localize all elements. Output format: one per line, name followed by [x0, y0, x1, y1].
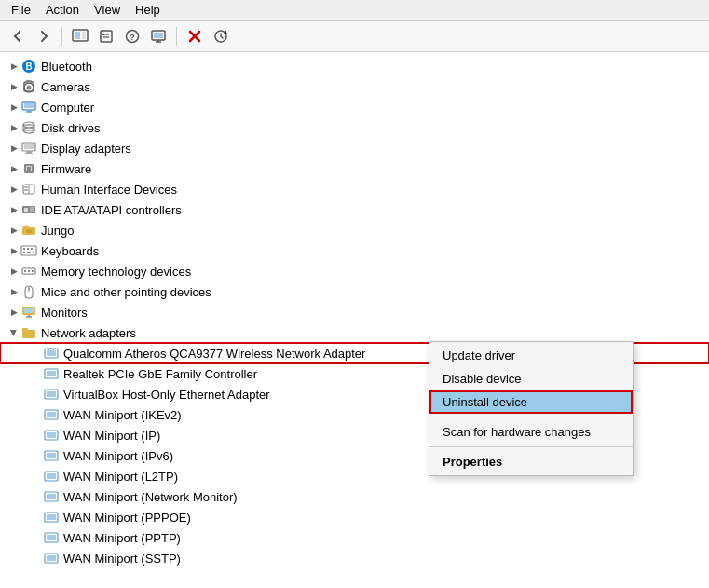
svg-rect-48 [26, 229, 32, 233]
svg-rect-52 [31, 248, 33, 250]
wan-pppoe-icon [43, 510, 60, 525]
expand-ide[interactable]: ▶ [7, 203, 20, 216]
svg-text:?: ? [130, 33, 135, 42]
wan-netmon-icon [43, 489, 60, 504]
wan-pppoe-label: WAN Miniport (PPPOE) [63, 511, 191, 525]
expand-keyboards[interactable]: ▶ [7, 244, 20, 257]
tree-item-wan-pptp[interactable]: ▶ WAN Miniport (PPTP) [0, 527, 709, 548]
jungo-label: Jungo [41, 224, 74, 238]
tree-item-memory-tech[interactable]: ▶ Memory technology devices [0, 261, 709, 281]
monitors-label: Monitors [41, 306, 88, 320]
wan-ip-label: WAN Miniport (IP) [63, 429, 160, 443]
svg-rect-53 [23, 252, 25, 253]
menu-action[interactable]: Action [38, 1, 87, 19]
tree-item-display-adapters[interactable]: ▶ Display adapters [0, 138, 709, 158]
svg-point-29 [27, 124, 31, 126]
tree-item-monitors[interactable]: ▶ Monitors [0, 302, 709, 322]
context-menu-uninstall-device[interactable]: Uninstall device [429, 390, 633, 414]
expand-display-adapters[interactable]: ▶ [7, 142, 20, 155]
computer-icon [20, 100, 37, 115]
tree-item-jungo[interactable]: ▶ Jungo [0, 220, 709, 240]
svg-rect-94 [47, 514, 56, 520]
menu-help[interactable]: Help [128, 1, 168, 19]
svg-rect-96 [47, 535, 56, 540]
tree-item-bluetooth[interactable]: ▶ B Bluetooth [0, 56, 709, 76]
network-folder-icon [20, 325, 37, 340]
svg-rect-1 [75, 32, 80, 39]
expand-human-interface[interactable]: ▶ [7, 183, 20, 196]
network-adapters-label: Network adapters [41, 326, 136, 340]
expand-jungo[interactable]: ▶ [7, 224, 20, 237]
scan-button[interactable] [209, 24, 233, 48]
uninstall-button[interactable] [183, 24, 207, 48]
tree-item-disk-drives[interactable]: ▶ Disk drives [0, 117, 709, 138]
display-icon [20, 141, 37, 156]
svg-point-6 [102, 34, 104, 35]
keyboard-icon [20, 243, 37, 258]
tree-item-cameras[interactable]: ▶ Cameras [0, 76, 709, 97]
svg-marker-47 [22, 225, 30, 227]
expand-bluetooth[interactable]: ▶ [7, 60, 20, 73]
svg-rect-58 [28, 270, 30, 272]
menubar: File Action View Help [0, 0, 709, 21]
forward-button[interactable] [32, 24, 56, 48]
firmware-label: Firmware [41, 162, 91, 176]
memory-icon [20, 264, 37, 279]
cameras-label: Cameras [41, 80, 90, 94]
expand-firmware[interactable]: ▶ [7, 162, 20, 175]
menu-view[interactable]: View [87, 1, 128, 19]
expand-computer[interactable]: ▶ [7, 101, 20, 114]
svg-rect-2 [82, 32, 86, 39]
menu-file[interactable]: File [4, 1, 38, 19]
context-menu: Update driver Disable device Uninstall d… [429, 341, 634, 476]
tree-item-network-adapters[interactable]: ▶ Network adapters [0, 322, 709, 343]
qualcomm-network-icon [43, 346, 60, 361]
monitor-icon [20, 305, 37, 320]
svg-rect-92 [47, 494, 56, 499]
wan-ikev2-label: WAN Miniport (IKEv2) [63, 408, 182, 422]
tree-item-computer[interactable]: ▶ Computer [0, 97, 709, 117]
tree-item-keyboards[interactable]: ▶ Keyboards [0, 240, 709, 261]
tree-item-wan-pppoe[interactable]: ▶ WAN Miniport (PPPOE) [0, 507, 709, 527]
realtek-label: Realtek PCIe GbE Family Controller [63, 367, 257, 381]
expand-memory-tech[interactable]: ▶ [7, 265, 20, 278]
svg-rect-69 [24, 308, 34, 313]
svg-rect-86 [47, 432, 56, 438]
wan-ipv6-label: WAN Miniport (IPv6) [63, 449, 173, 463]
disk-icon [20, 120, 37, 135]
tree-item-human-interface[interactable]: ▶ Human Interface Devices [0, 179, 709, 199]
help-button[interactable]: ? [120, 24, 144, 48]
tree-item-mice[interactable]: ▶ Mice and other pointing devices [0, 281, 709, 302]
context-menu-disable-device[interactable]: Disable device [429, 367, 633, 390]
expand-mice[interactable]: ▶ [7, 285, 20, 298]
back-button[interactable] [6, 24, 30, 48]
bluetooth-label: Bluetooth [41, 60, 92, 74]
svg-point-19 [27, 86, 32, 90]
svg-rect-21 [26, 80, 32, 83]
memory-tech-label: Memory technology devices [41, 265, 191, 279]
show-hidden-button[interactable] [68, 24, 92, 48]
display-adapters-label: Display adapters [41, 142, 131, 156]
svg-rect-49 [21, 246, 36, 255]
wan-sstp-icon [43, 551, 60, 566]
expand-disk-drives[interactable]: ▶ [7, 121, 20, 134]
properties-button[interactable] [94, 24, 118, 48]
svg-rect-73 [22, 328, 28, 331]
context-menu-properties[interactable]: Properties [429, 450, 633, 473]
svg-rect-88 [47, 453, 56, 458]
context-menu-update-driver[interactable]: Update driver [429, 344, 633, 367]
svg-rect-50 [23, 248, 25, 250]
context-menu-scan-hardware[interactable]: Scan for hardware changes [429, 420, 633, 444]
svg-point-67 [28, 288, 30, 290]
tree-item-wan-netmon[interactable]: ▶ WAN Miniport (Network Monitor) [0, 486, 709, 507]
tree-item-firmware[interactable]: ▶ Firmware [0, 158, 709, 179]
tree-item-ide[interactable]: ▶ IDE ATA/ATAPI controllers [0, 199, 709, 220]
expand-network-adapters[interactable]: ▶ [7, 326, 20, 339]
context-menu-sep-1 [429, 417, 633, 417]
monitor-button[interactable] [146, 24, 170, 48]
expand-cameras[interactable]: ▶ [7, 80, 20, 93]
svg-rect-80 [47, 371, 56, 376]
expand-monitors[interactable]: ▶ [7, 306, 20, 319]
device-tree[interactable]: ▶ B Bluetooth ▶ Cameras [0, 52, 709, 588]
tree-item-wan-sstp[interactable]: ▶ WAN Miniport (SSTP) [0, 548, 709, 568]
